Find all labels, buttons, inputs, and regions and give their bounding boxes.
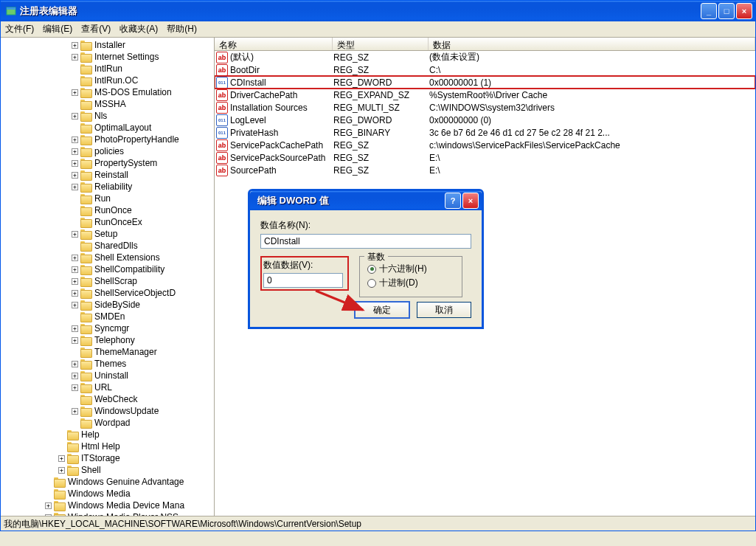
- tree-item[interactable]: +WindowsUpdate: [2, 405, 215, 417]
- expand-icon[interactable]: +: [72, 113, 78, 120]
- dialog-close-button[interactable]: ×: [462, 193, 479, 209]
- list-row[interactable]: 011CDInstallREG_DWORD0x00000001 (1): [215, 76, 755, 89]
- menu-file[interactable]: 文件(F): [5, 23, 34, 35]
- list-row[interactable]: abServicePackCachePathREG_SZc:\windows\S…: [215, 139, 755, 151]
- expand-icon[interactable]: +: [72, 384, 78, 391]
- tree-item[interactable]: Run: [2, 193, 215, 204]
- expand-icon[interactable]: +: [72, 184, 78, 190]
- expand-icon[interactable]: +: [72, 373, 78, 379]
- tree-item[interactable]: +Setup: [2, 228, 215, 240]
- tree-item[interactable]: ThemeManager: [2, 346, 215, 358]
- menu-view[interactable]: 查看(V): [81, 23, 111, 35]
- titlebar[interactable]: 注册表编辑器 _ □ ×: [1, 1, 755, 21]
- list-row[interactable]: 011LogLevelREG_DWORD0x00000000 (0): [215, 114, 755, 126]
- expand-icon[interactable]: +: [45, 514, 52, 516]
- list-row[interactable]: abBootDirREG_SZC:\: [215, 63, 755, 76]
- dialog-help-button[interactable]: ?: [445, 193, 461, 209]
- expand-icon[interactable]: +: [72, 148, 78, 155]
- list-row[interactable]: ab(默认)REG_SZ(数值未设置): [215, 51, 755, 63]
- expand-icon[interactable]: +: [72, 278, 78, 285]
- list-row[interactable]: abDriverCachePathREG_EXPAND_SZ%SystemRoo…: [215, 89, 755, 101]
- tree-item[interactable]: +Reinstall: [2, 169, 215, 181]
- tree-item[interactable]: +ShellScrap: [2, 275, 215, 287]
- tree-item[interactable]: +Syncmgr: [2, 322, 215, 334]
- tree-item[interactable]: WebCheck: [2, 393, 215, 405]
- tree-item[interactable]: +Telephony: [2, 334, 215, 346]
- tree-item[interactable]: +ShellCompatibility: [2, 263, 215, 275]
- dlg-name-input[interactable]: [260, 234, 471, 249]
- value-type: REG_MULTI_SZ: [333, 103, 429, 113]
- tree-item[interactable]: +Internet Settings: [2, 51, 215, 63]
- col-data[interactable]: 数据: [429, 38, 755, 50]
- tree-item[interactable]: SharedDlls: [2, 240, 215, 252]
- tree-item[interactable]: +SideBySide: [2, 299, 215, 311]
- expand-icon[interactable]: +: [72, 337, 78, 344]
- minimize-button[interactable]: _: [701, 3, 717, 19]
- expand-icon[interactable]: +: [72, 54, 78, 61]
- tree-panel[interactable]: +Installer+Internet SettingsIntlRunIntlR…: [1, 38, 215, 516]
- expand-icon[interactable]: +: [72, 42, 78, 49]
- col-name[interactable]: 名称: [215, 38, 333, 50]
- tree-item[interactable]: SMDEn: [2, 311, 215, 322]
- expand-icon[interactable]: +: [72, 136, 78, 143]
- close-button[interactable]: ×: [736, 3, 752, 19]
- dialog-titlebar[interactable]: 编辑 DWORD 值 ? ×: [250, 191, 482, 210]
- expand-icon[interactable]: +: [72, 266, 78, 273]
- tree-item[interactable]: +Shell Extensions: [2, 252, 215, 263]
- tree-item[interactable]: +ITStorage: [2, 452, 215, 464]
- expand-icon[interactable]: +: [72, 361, 78, 367]
- menu-edit[interactable]: 编辑(E): [43, 23, 72, 35]
- list-row[interactable]: abInstallation SourcesREG_MULTI_SZC:\WIN…: [215, 101, 755, 114]
- tree-item[interactable]: +PropertySystem: [2, 157, 215, 169]
- list-row[interactable]: abServicePackSourcePathREG_SZE:\: [215, 151, 755, 164]
- tree-item[interactable]: +Themes: [2, 358, 215, 370]
- tree-item[interactable]: +Installer: [2, 39, 215, 51]
- tree-item[interactable]: MSSHA: [2, 98, 215, 110]
- col-type[interactable]: 类型: [333, 38, 429, 50]
- tree-item[interactable]: +Windows Media Player NSS: [2, 511, 215, 516]
- cancel-button[interactable]: 取消: [417, 302, 471, 318]
- tree-item[interactable]: Html Help: [2, 440, 215, 452]
- tree-item[interactable]: +Shell: [2, 464, 215, 476]
- tree-item[interactable]: +URL: [2, 381, 215, 393]
- expand-icon[interactable]: +: [72, 325, 78, 332]
- tree-item[interactable]: RunOnce: [2, 204, 215, 216]
- expand-icon[interactable]: +: [58, 467, 65, 474]
- tree-item[interactable]: Windows Genuine Advantage: [2, 476, 215, 488]
- tree-item[interactable]: IntlRun.OC: [2, 75, 215, 86]
- radio-hex[interactable]: 十六进制(H): [367, 263, 454, 275]
- dlg-data-input[interactable]: [263, 273, 343, 288]
- tree-item[interactable]: Help: [2, 429, 215, 440]
- tree-item[interactable]: +MS-DOS Emulation: [2, 86, 215, 98]
- menu-help[interactable]: 帮助(H): [167, 23, 197, 35]
- expand-icon[interactable]: +: [72, 160, 78, 167]
- tree-item[interactable]: IntlRun: [2, 63, 215, 75]
- maximize-button[interactable]: □: [718, 3, 735, 19]
- tree-item[interactable]: Windows Media: [2, 488, 215, 500]
- expand-icon[interactable]: +: [72, 172, 78, 179]
- folder-icon: [80, 87, 92, 97]
- expand-icon[interactable]: +: [72, 231, 78, 238]
- expand-icon[interactable]: +: [72, 408, 78, 415]
- tree-item[interactable]: +Reliability: [2, 181, 215, 193]
- expand-icon[interactable]: +: [58, 455, 65, 462]
- tree-item[interactable]: RunOnceEx: [2, 216, 215, 228]
- tree-item[interactable]: +Windows Media Device Mana: [2, 500, 215, 511]
- expand-icon[interactable]: +: [72, 89, 78, 96]
- ok-button[interactable]: 确定: [355, 302, 409, 318]
- expand-icon[interactable]: +: [72, 290, 78, 297]
- radio-dec[interactable]: 十进制(D): [367, 277, 454, 289]
- tree-item[interactable]: Wordpad: [2, 417, 215, 429]
- tree-item[interactable]: +PhotoPropertyHandle: [2, 134, 215, 145]
- expand-icon[interactable]: +: [72, 302, 78, 308]
- list-row[interactable]: abSourcePathREG_SZE:\: [215, 164, 755, 176]
- tree-item[interactable]: +Uninstall: [2, 370, 215, 381]
- tree-item[interactable]: OptimalLayout: [2, 122, 215, 134]
- tree-item[interactable]: +Nls: [2, 110, 215, 122]
- tree-item[interactable]: +policies: [2, 145, 215, 157]
- list-row[interactable]: 011PrivateHashREG_BINARY3c 6e b7 6d 2e 4…: [215, 126, 755, 139]
- tree-item[interactable]: +ShellServiceObjectD: [2, 287, 215, 299]
- expand-icon[interactable]: +: [72, 255, 78, 261]
- expand-icon[interactable]: +: [45, 502, 52, 509]
- menu-favorites[interactable]: 收藏夹(A): [119, 23, 158, 35]
